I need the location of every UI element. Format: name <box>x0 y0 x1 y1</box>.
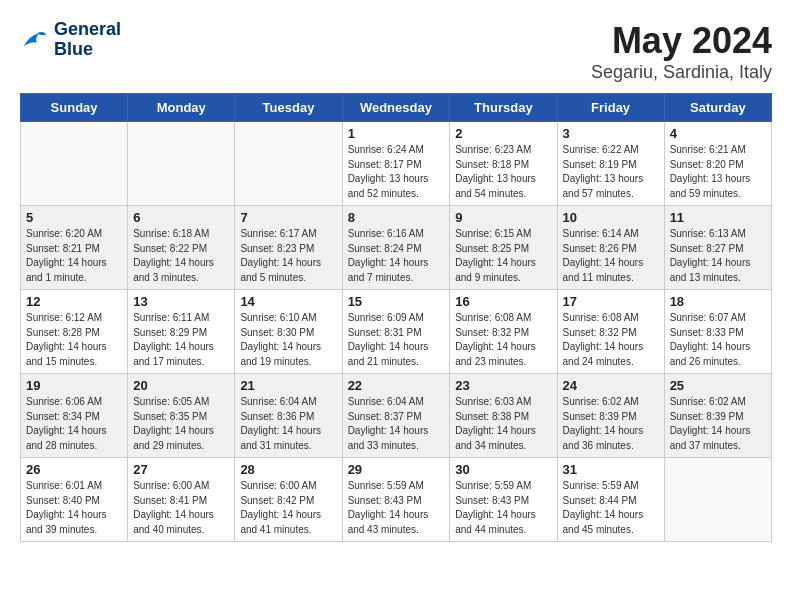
day-info: Sunrise: 6:15 AM Sunset: 8:25 PM Dayligh… <box>455 227 551 285</box>
day-info: Sunrise: 6:13 AM Sunset: 8:27 PM Dayligh… <box>670 227 766 285</box>
day-number: 26 <box>26 462 122 477</box>
day-number: 14 <box>240 294 336 309</box>
day-info: Sunrise: 6:00 AM Sunset: 8:42 PM Dayligh… <box>240 479 336 537</box>
day-number: 4 <box>670 126 766 141</box>
calendar-cell: 21Sunrise: 6:04 AM Sunset: 8:36 PM Dayli… <box>235 374 342 458</box>
day-of-week-header: Sunday <box>21 94 128 122</box>
day-info: Sunrise: 6:21 AM Sunset: 8:20 PM Dayligh… <box>670 143 766 201</box>
day-info: Sunrise: 6:16 AM Sunset: 8:24 PM Dayligh… <box>348 227 445 285</box>
calendar-cell: 30Sunrise: 5:59 AM Sunset: 8:43 PM Dayli… <box>450 458 557 542</box>
day-number: 22 <box>348 378 445 393</box>
day-info: Sunrise: 6:02 AM Sunset: 8:39 PM Dayligh… <box>670 395 766 453</box>
calendar-week-row: 26Sunrise: 6:01 AM Sunset: 8:40 PM Dayli… <box>21 458 772 542</box>
day-info: Sunrise: 6:05 AM Sunset: 8:35 PM Dayligh… <box>133 395 229 453</box>
calendar-cell: 28Sunrise: 6:00 AM Sunset: 8:42 PM Dayli… <box>235 458 342 542</box>
day-number: 29 <box>348 462 445 477</box>
calendar-cell: 22Sunrise: 6:04 AM Sunset: 8:37 PM Dayli… <box>342 374 450 458</box>
day-of-week-header: Tuesday <box>235 94 342 122</box>
calendar-cell: 29Sunrise: 5:59 AM Sunset: 8:43 PM Dayli… <box>342 458 450 542</box>
day-number: 19 <box>26 378 122 393</box>
calendar-cell: 11Sunrise: 6:13 AM Sunset: 8:27 PM Dayli… <box>664 206 771 290</box>
calendar-cell: 3Sunrise: 6:22 AM Sunset: 8:19 PM Daylig… <box>557 122 664 206</box>
day-info: Sunrise: 6:09 AM Sunset: 8:31 PM Dayligh… <box>348 311 445 369</box>
title-block: May 2024 Segariu, Sardinia, Italy <box>591 20 772 83</box>
calendar-cell: 26Sunrise: 6:01 AM Sunset: 8:40 PM Dayli… <box>21 458 128 542</box>
day-info: Sunrise: 6:12 AM Sunset: 8:28 PM Dayligh… <box>26 311 122 369</box>
calendar-cell <box>235 122 342 206</box>
day-number: 18 <box>670 294 766 309</box>
calendar-cell: 12Sunrise: 6:12 AM Sunset: 8:28 PM Dayli… <box>21 290 128 374</box>
calendar-week-row: 5Sunrise: 6:20 AM Sunset: 8:21 PM Daylig… <box>21 206 772 290</box>
day-number: 27 <box>133 462 229 477</box>
day-number: 15 <box>348 294 445 309</box>
day-of-week-header: Thursday <box>450 94 557 122</box>
day-of-week-header: Monday <box>128 94 235 122</box>
day-number: 21 <box>240 378 336 393</box>
day-of-week-header: Wednesday <box>342 94 450 122</box>
day-info: Sunrise: 6:18 AM Sunset: 8:22 PM Dayligh… <box>133 227 229 285</box>
day-number: 25 <box>670 378 766 393</box>
day-number: 20 <box>133 378 229 393</box>
calendar-cell: 18Sunrise: 6:07 AM Sunset: 8:33 PM Dayli… <box>664 290 771 374</box>
day-number: 10 <box>563 210 659 225</box>
calendar-subtitle: Segariu, Sardinia, Italy <box>591 62 772 83</box>
calendar-cell <box>664 458 771 542</box>
day-info: Sunrise: 5:59 AM Sunset: 8:43 PM Dayligh… <box>348 479 445 537</box>
calendar-week-row: 19Sunrise: 6:06 AM Sunset: 8:34 PM Dayli… <box>21 374 772 458</box>
calendar-cell: 4Sunrise: 6:21 AM Sunset: 8:20 PM Daylig… <box>664 122 771 206</box>
day-info: Sunrise: 6:23 AM Sunset: 8:18 PM Dayligh… <box>455 143 551 201</box>
day-info: Sunrise: 6:03 AM Sunset: 8:38 PM Dayligh… <box>455 395 551 453</box>
calendar-week-row: 12Sunrise: 6:12 AM Sunset: 8:28 PM Dayli… <box>21 290 772 374</box>
day-info: Sunrise: 6:07 AM Sunset: 8:33 PM Dayligh… <box>670 311 766 369</box>
page-header: General Blue May 2024 Segariu, Sardinia,… <box>20 20 772 83</box>
day-number: 24 <box>563 378 659 393</box>
calendar-header: SundayMondayTuesdayWednesdayThursdayFrid… <box>21 94 772 122</box>
day-info: Sunrise: 6:08 AM Sunset: 8:32 PM Dayligh… <box>455 311 551 369</box>
day-number: 11 <box>670 210 766 225</box>
calendar-cell: 20Sunrise: 6:05 AM Sunset: 8:35 PM Dayli… <box>128 374 235 458</box>
calendar-cell: 16Sunrise: 6:08 AM Sunset: 8:32 PM Dayli… <box>450 290 557 374</box>
day-info: Sunrise: 6:11 AM Sunset: 8:29 PM Dayligh… <box>133 311 229 369</box>
calendar-table: SundayMondayTuesdayWednesdayThursdayFrid… <box>20 93 772 542</box>
calendar-cell: 27Sunrise: 6:00 AM Sunset: 8:41 PM Dayli… <box>128 458 235 542</box>
day-number: 6 <box>133 210 229 225</box>
day-info: Sunrise: 6:01 AM Sunset: 8:40 PM Dayligh… <box>26 479 122 537</box>
day-number: 23 <box>455 378 551 393</box>
day-number: 5 <box>26 210 122 225</box>
day-info: Sunrise: 6:14 AM Sunset: 8:26 PM Dayligh… <box>563 227 659 285</box>
day-info: Sunrise: 6:04 AM Sunset: 8:36 PM Dayligh… <box>240 395 336 453</box>
calendar-cell <box>21 122 128 206</box>
calendar-cell: 7Sunrise: 6:17 AM Sunset: 8:23 PM Daylig… <box>235 206 342 290</box>
day-info: Sunrise: 6:08 AM Sunset: 8:32 PM Dayligh… <box>563 311 659 369</box>
calendar-cell: 5Sunrise: 6:20 AM Sunset: 8:21 PM Daylig… <box>21 206 128 290</box>
day-number: 30 <box>455 462 551 477</box>
day-info: Sunrise: 6:04 AM Sunset: 8:37 PM Dayligh… <box>348 395 445 453</box>
day-number: 9 <box>455 210 551 225</box>
day-number: 28 <box>240 462 336 477</box>
logo: General Blue <box>20 20 121 60</box>
day-of-week-header: Saturday <box>664 94 771 122</box>
calendar-cell: 2Sunrise: 6:23 AM Sunset: 8:18 PM Daylig… <box>450 122 557 206</box>
day-info: Sunrise: 6:10 AM Sunset: 8:30 PM Dayligh… <box>240 311 336 369</box>
day-number: 8 <box>348 210 445 225</box>
day-number: 1 <box>348 126 445 141</box>
calendar-cell: 15Sunrise: 6:09 AM Sunset: 8:31 PM Dayli… <box>342 290 450 374</box>
day-info: Sunrise: 5:59 AM Sunset: 8:44 PM Dayligh… <box>563 479 659 537</box>
calendar-cell <box>128 122 235 206</box>
logo-icon <box>20 26 48 54</box>
day-number: 2 <box>455 126 551 141</box>
day-info: Sunrise: 6:22 AM Sunset: 8:19 PM Dayligh… <box>563 143 659 201</box>
calendar-cell: 23Sunrise: 6:03 AM Sunset: 8:38 PM Dayli… <box>450 374 557 458</box>
day-number: 12 <box>26 294 122 309</box>
calendar-cell: 25Sunrise: 6:02 AM Sunset: 8:39 PM Dayli… <box>664 374 771 458</box>
calendar-week-row: 1Sunrise: 6:24 AM Sunset: 8:17 PM Daylig… <box>21 122 772 206</box>
logo-text: General Blue <box>54 20 121 60</box>
calendar-cell: 14Sunrise: 6:10 AM Sunset: 8:30 PM Dayli… <box>235 290 342 374</box>
calendar-cell: 1Sunrise: 6:24 AM Sunset: 8:17 PM Daylig… <box>342 122 450 206</box>
calendar-cell: 24Sunrise: 6:02 AM Sunset: 8:39 PM Dayli… <box>557 374 664 458</box>
day-info: Sunrise: 5:59 AM Sunset: 8:43 PM Dayligh… <box>455 479 551 537</box>
day-number: 7 <box>240 210 336 225</box>
day-number: 13 <box>133 294 229 309</box>
day-info: Sunrise: 6:20 AM Sunset: 8:21 PM Dayligh… <box>26 227 122 285</box>
day-number: 17 <box>563 294 659 309</box>
